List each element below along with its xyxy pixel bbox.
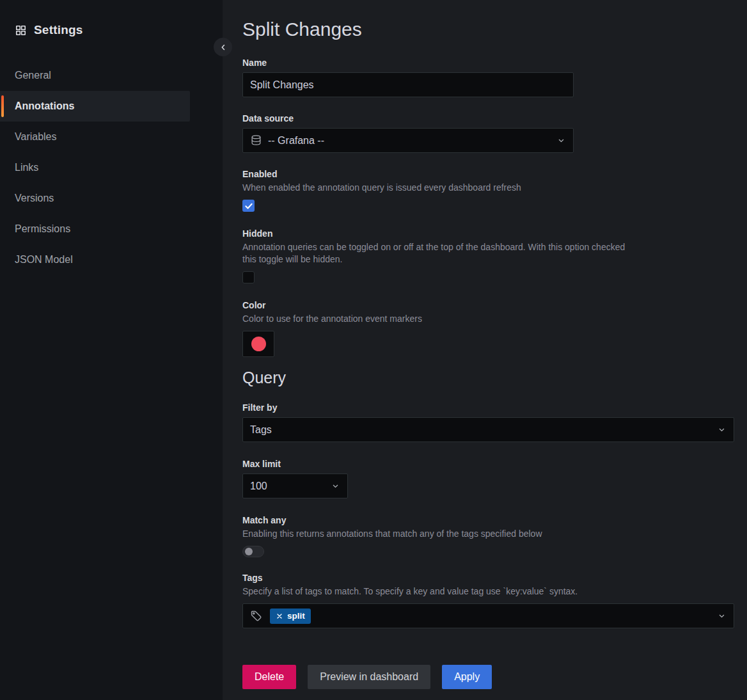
filter-by-select[interactable]: Tags — [242, 417, 734, 442]
data-source-field: Data source -- Grafana -- — [242, 113, 734, 153]
chevron-down-icon — [717, 611, 727, 621]
sidebar-title: Settings — [34, 23, 83, 37]
toggle-knob — [245, 548, 253, 555]
chevron-left-icon — [219, 43, 228, 52]
check-icon — [244, 202, 253, 211]
max-limit-field: Max limit 100 — [242, 459, 734, 498]
annotation-color-swatch — [251, 337, 266, 351]
name-label: Name — [242, 58, 734, 68]
filter-by-field: Filter by Tags — [242, 402, 734, 442]
max-limit-label: Max limit — [242, 459, 734, 470]
color-field: Color Color to use for the annotation ev… — [242, 300, 734, 357]
enabled-field: Enabled When enabled the annotation quer… — [242, 169, 734, 212]
annotation-settings-panel: Split Changes Name Data source -- Grafan… — [223, 0, 747, 700]
delete-button[interactable]: Delete — [242, 665, 296, 689]
color-picker[interactable] — [242, 331, 274, 357]
match-any-field: Match any Enabling this returns annotati… — [242, 515, 734, 557]
hidden-field: Hidden Annotation queries can be toggled… — [242, 228, 734, 283]
data-source-label: Data source — [242, 113, 734, 124]
chevron-down-icon — [331, 481, 340, 491]
enabled-checkbox[interactable] — [242, 200, 255, 212]
tags-input[interactable]: split — [242, 603, 734, 628]
database-icon — [250, 134, 262, 147]
tags-label: Tags — [242, 573, 734, 584]
data-source-select[interactable]: -- Grafana -- — [242, 128, 574, 153]
tags-field: Tags Specify a list of tags to match. To… — [242, 573, 734, 628]
filter-by-label: Filter by — [242, 402, 734, 413]
hidden-description: Annotation queries can be toggled on or … — [242, 241, 626, 266]
preview-in-dashboard-button[interactable]: Preview in dashboard — [308, 665, 430, 689]
chevron-down-icon — [717, 425, 727, 434]
sidebar-item-versions[interactable]: Versions — [0, 183, 190, 214]
filter-by-value: Tags — [250, 424, 711, 436]
tags-description: Specify a list of tags to match. To spec… — [242, 585, 677, 598]
query-section-heading: Query — [242, 367, 734, 388]
remove-tag-icon[interactable] — [276, 612, 283, 620]
data-source-value: -- Grafana -- — [268, 135, 551, 147]
collapse-sidebar-button[interactable] — [214, 38, 232, 56]
sidebar-item-links[interactable]: Links — [0, 152, 190, 183]
sidebar-item-json-model[interactable]: JSON Model — [0, 244, 190, 275]
color-description: Color to use for the annotation event ma… — [242, 313, 626, 325]
sidebar-item-annotations[interactable]: Annotations — [0, 91, 190, 122]
tag-chip-label: split — [287, 611, 305, 621]
sidebar-item-variables[interactable]: Variables — [0, 122, 190, 152]
settings-sidebar: Settings General Annotations Variables L… — [0, 0, 223, 700]
match-any-description: Enabling this returns annotations that m… — [242, 528, 658, 540]
page-title: Split Changes — [242, 17, 734, 42]
name-field: Name — [242, 58, 734, 97]
max-limit-value: 100 — [250, 481, 325, 492]
color-label: Color — [242, 300, 734, 311]
chevron-down-icon — [556, 136, 566, 145]
action-buttons: Delete Preview in dashboard Apply — [242, 665, 734, 689]
enabled-description: When enabled the annotation query is iss… — [242, 182, 626, 194]
hidden-label: Hidden — [242, 228, 734, 239]
max-limit-select[interactable]: 100 — [242, 473, 348, 498]
apps-grid-icon — [15, 24, 27, 36]
tag-chip-split[interactable]: split — [270, 609, 311, 624]
enabled-label: Enabled — [242, 169, 734, 180]
apply-button[interactable]: Apply — [442, 665, 492, 689]
match-any-toggle[interactable] — [242, 546, 264, 557]
name-input[interactable] — [242, 72, 574, 97]
sidebar-item-general[interactable]: General — [0, 60, 190, 91]
match-any-label: Match any — [242, 515, 734, 526]
sidebar-item-permissions[interactable]: Permissions — [0, 214, 190, 244]
sidebar-header: Settings — [0, 23, 223, 37]
hidden-checkbox[interactable] — [242, 271, 255, 283]
tag-icon — [250, 610, 262, 622]
settings-nav: General Annotations Variables Links Vers… — [0, 60, 223, 275]
